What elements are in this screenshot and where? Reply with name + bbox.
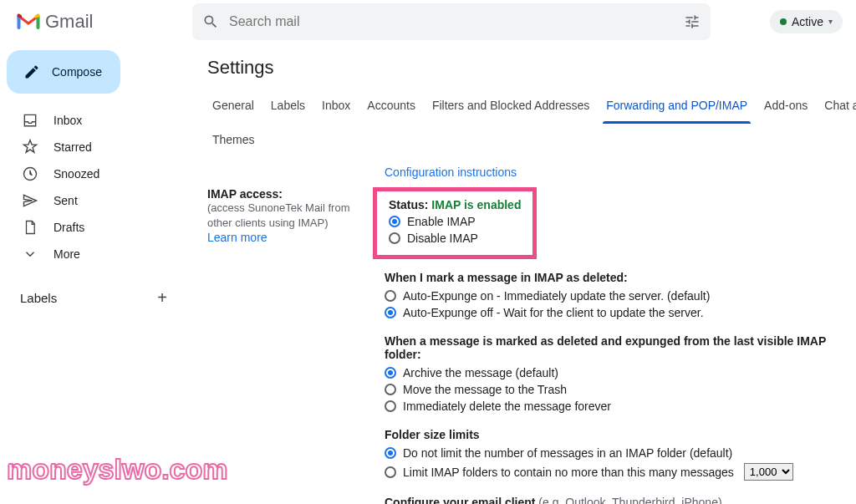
configure-heading: Configure your email client — [385, 496, 535, 504]
folder-heading: Folder size limits — [385, 428, 839, 441]
trash-label: Move the message to the Trash — [403, 383, 567, 396]
disable-imap-radio[interactable] — [389, 232, 400, 244]
learn-more-link[interactable]: Learn more — [207, 231, 268, 244]
status-label: Status: — [389, 198, 428, 211]
file-icon — [22, 219, 38, 236]
inbox-icon — [22, 112, 38, 129]
sidebar-item-label: Inbox — [54, 114, 82, 127]
labels-heading: Labels — [20, 291, 57, 305]
main-content: Settings General Labels Inbox Accounts F… — [194, 43, 856, 504]
settings-body: Configuration instructions IMAP access: … — [194, 159, 856, 504]
disable-imap-label: Disable IMAP — [407, 232, 478, 245]
sidebar-item-snoozed[interactable]: Snoozed — [0, 160, 187, 187]
tab-filters[interactable]: Filters and Blocked Addresses — [424, 90, 598, 124]
trash-radio[interactable] — [385, 384, 396, 395]
sidebar-item-label: Sent — [54, 194, 78, 207]
imap-content-col: Status: IMAP is enabled Enable IMAP Disa… — [385, 187, 839, 504]
compose-button[interactable]: Compose — [7, 50, 120, 94]
status-value: IMAP is enabled — [431, 198, 521, 211]
sidebar-item-starred[interactable]: Starred — [0, 134, 187, 160]
compose-label: Compose — [52, 65, 102, 79]
autoexpunge-on-radio[interactable] — [385, 290, 396, 302]
autoexpunge-on-row[interactable]: Auto-Expunge on - Immediately update the… — [385, 288, 839, 304]
tab-forwarding[interactable]: Forwarding and POP/IMAP — [598, 90, 756, 124]
autoexpunge-off-row[interactable]: Auto-Expunge off - Wait for the client t… — [385, 304, 839, 321]
sidebar-item-label: Snoozed — [54, 167, 99, 181]
delete-forever-label: Immediately delete the message forever — [403, 400, 611, 413]
sidebar-item-label: Starred — [54, 140, 92, 154]
no-limit-row[interactable]: Do not limit the number of messages in a… — [385, 445, 839, 461]
config-instructions-link-top[interactable]: Configuration instructions — [385, 165, 517, 179]
status-text: Active — [792, 15, 823, 28]
gmail-m-icon — [17, 13, 40, 31]
folder-size-select[interactable]: 1,000 — [744, 463, 793, 481]
settings-tabs-row2: Themes — [194, 125, 856, 159]
tune-icon[interactable] — [682, 12, 702, 32]
chevron-down-icon — [22, 246, 38, 262]
chevron-down-icon: ▾ — [828, 17, 833, 26]
archive-label: Archive the message (default) — [403, 366, 558, 379]
limit-label: Limit IMAP folders to contain no more th… — [403, 466, 734, 479]
status-dot-icon — [780, 18, 787, 25]
highlight-box: Status: IMAP is enabled Enable IMAP Disa… — [373, 187, 537, 259]
deleted-subsection: When I mark a message in IMAP as deleted… — [385, 271, 839, 321]
no-limit-label: Do not limit the number of messages in a… — [403, 446, 732, 460]
delete-forever-radio[interactable] — [385, 400, 396, 412]
gmail-logo[interactable]: Gmail — [17, 11, 93, 33]
sidebar-item-drafts[interactable]: Drafts — [0, 214, 187, 241]
imap-row: IMAP access: (access SunoneTek Mail from… — [207, 187, 839, 504]
config-link-top-wrap: Configuration instructions — [207, 165, 839, 187]
star-icon — [22, 139, 38, 155]
sidebar-item-sent[interactable]: Sent — [0, 187, 187, 214]
imap-status-line: Status: IMAP is enabled — [389, 198, 521, 211]
tab-themes[interactable]: Themes — [204, 125, 263, 158]
autoexpunge-on-label: Auto-Expunge on - Immediately update the… — [403, 289, 710, 303]
status-pill[interactable]: Active ▾ — [770, 10, 843, 33]
enable-imap-row[interactable]: Enable IMAP — [389, 213, 521, 230]
tab-accounts[interactable]: Accounts — [359, 90, 424, 124]
sidebar-item-inbox[interactable]: Inbox — [0, 107, 187, 134]
sidebar-item-more[interactable]: More — [0, 241, 187, 267]
imap-heading: IMAP access: — [207, 187, 374, 201]
clock-icon — [22, 165, 38, 182]
configure-heading-line: Configure your email client (e.g. Outloo… — [385, 496, 839, 504]
autoexpunge-off-radio[interactable] — [385, 307, 396, 318]
search-icon[interactable] — [201, 12, 221, 32]
search-bar[interactable] — [192, 3, 711, 40]
autoexpunge-off-label: Auto-Expunge off - Wait for the client t… — [403, 306, 704, 319]
tab-addons[interactable]: Add-ons — [756, 90, 816, 124]
enable-imap-radio[interactable] — [389, 216, 400, 227]
logo-area: Gmail — [10, 11, 192, 33]
imap-sub: (access SunoneTek Mail from other client… — [207, 201, 374, 231]
page-title: Settings — [194, 43, 856, 90]
settings-tabs: General Labels Inbox Accounts Filters an… — [194, 90, 856, 125]
enable-imap-label: Enable IMAP — [407, 215, 476, 228]
labels-section: Labels + — [0, 283, 187, 313]
add-label-button[interactable]: + — [150, 286, 174, 309]
trash-row[interactable]: Move the message to the Trash — [385, 381, 839, 398]
delete-forever-row[interactable]: Immediately delete the message forever — [385, 398, 839, 415]
app-header: Gmail Active ▾ — [0, 0, 856, 43]
tab-labels[interactable]: Labels — [262, 90, 313, 124]
tab-general[interactable]: General — [204, 90, 262, 124]
folder-subsection: Folder size limits Do not limit the numb… — [385, 428, 839, 482]
expunged-heading: When a message is marked as deleted and … — [385, 334, 839, 361]
gmail-text: Gmail — [45, 11, 93, 33]
no-limit-radio[interactable] — [385, 447, 396, 459]
pencil-icon — [23, 64, 40, 80]
limit-row[interactable]: Limit IMAP folders to contain no more th… — [385, 461, 839, 482]
archive-row[interactable]: Archive the message (default) — [385, 364, 839, 381]
tab-inbox[interactable]: Inbox — [313, 90, 359, 124]
sidebar-item-label: More — [54, 247, 80, 261]
disable-imap-row[interactable]: Disable IMAP — [389, 230, 521, 247]
limit-radio[interactable] — [385, 466, 396, 478]
sidebar-item-label: Drafts — [54, 221, 84, 234]
search-input[interactable] — [221, 14, 675, 29]
configure-suffix: (e.g. Outlook, Thunderbird, iPhone) — [535, 496, 721, 504]
configure-subsection: Configure your email client (e.g. Outloo… — [385, 496, 839, 504]
expunged-subsection: When a message is marked as deleted and … — [385, 334, 839, 415]
imap-label-col: IMAP access: (access SunoneTek Mail from… — [207, 187, 374, 244]
header-right: Active ▾ — [770, 10, 849, 33]
tab-chat[interactable]: Chat and M — [816, 90, 856, 124]
archive-radio[interactable] — [385, 367, 396, 379]
